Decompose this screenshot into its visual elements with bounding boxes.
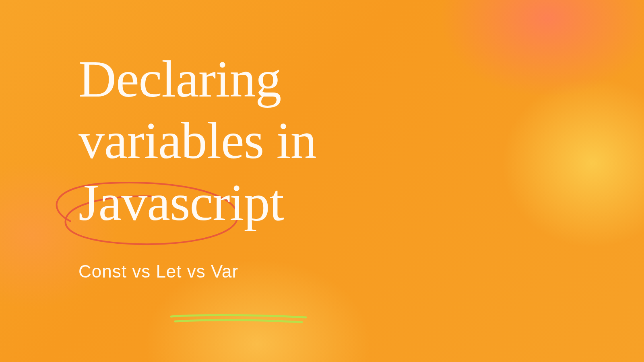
main-title: Declaring variables in Javascript bbox=[78, 48, 481, 233]
title-line-1: Declaring bbox=[78, 50, 281, 108]
title-line-3: Javascript bbox=[78, 173, 284, 231]
title-line-2: variables in bbox=[78, 111, 316, 169]
content-block: Declaring variables in Javascript Const … bbox=[78, 48, 481, 282]
subtitle: Const vs Let vs Var bbox=[78, 261, 481, 282]
